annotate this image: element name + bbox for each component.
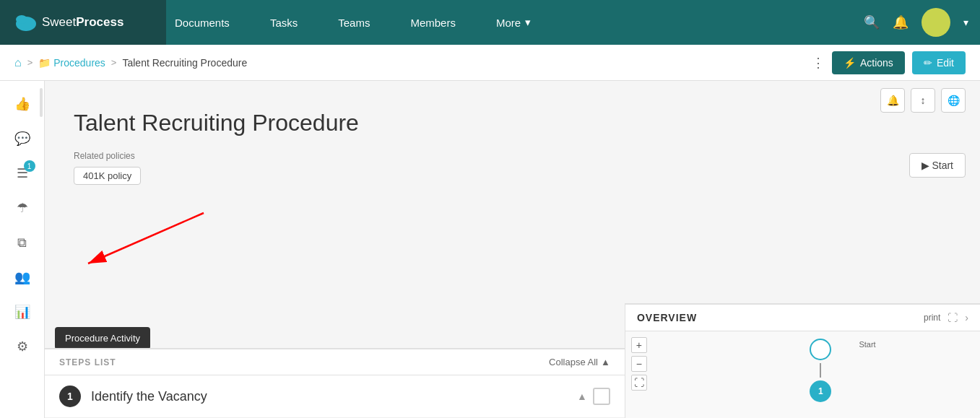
step-up-arrow[interactable]: ▲	[577, 391, 587, 402]
copy-icon: ⧉	[17, 235, 27, 251]
sidebar-copy[interactable]: ⧉	[6, 227, 38, 258]
sidebar-gear[interactable]: ⚙	[6, 331, 38, 362]
avatar[interactable]	[922, 8, 950, 37]
chat-icon: 💬	[14, 131, 30, 147]
procedure-title: Talent Recruiting Procedure	[74, 110, 937, 136]
nav-members[interactable]: Members	[390, 0, 476, 45]
content-toolbar: 🔔 ↕ 🌐	[880, 88, 966, 113]
more-options-button[interactable]: ⋮	[812, 55, 825, 71]
nav-more[interactable]: More ▾	[476, 0, 551, 45]
globe-tool-button[interactable]: 🌐	[941, 88, 966, 113]
top-navigation: SweetProcess Documents Tasks Teams Membe…	[0, 0, 980, 45]
sidebar-chat[interactable]: 💬	[6, 123, 38, 154]
procedure-activity-tooltip: Procedure Activity	[55, 327, 150, 349]
steps-header: STEPS LIST Collapse All ▲	[45, 349, 625, 375]
overview-header: OVERVIEW print ⛶ ›	[625, 305, 980, 331]
edit-button[interactable]: ✏ Edit	[912, 51, 966, 74]
nav-teams[interactable]: Teams	[318, 0, 390, 45]
fullscreen-button[interactable]: ⛶	[631, 375, 647, 391]
overview-title: OVERVIEW	[637, 312, 697, 323]
breadcrumb-bar: ⌂ > 📁 Procedures > Talent Recruiting Pro…	[0, 45, 980, 81]
procedure-content: Talent Recruiting Procedure Related poli…	[45, 81, 980, 214]
folder-icon: 📁	[38, 57, 51, 69]
main-layout: 👍 💬 ☰ 1 ☂ ⧉ 👥 📊 ⚙ 🔔 ↕ 🌐	[0, 81, 980, 418]
diagram-connector-1	[820, 363, 821, 378]
step-number-1: 1	[59, 386, 81, 407]
logo-text: SweetProcess	[42, 15, 123, 30]
scroll-indicator	[40, 88, 43, 117]
step-actions-1: ▲	[577, 388, 610, 405]
left-sidebar: 👍 💬 ☰ 1 ☂ ⧉ 👥 📊 ⚙	[0, 81, 45, 418]
step-checkbox-1[interactable]	[593, 388, 610, 405]
zoom-out-button[interactable]: −	[631, 356, 647, 372]
tooltip-text: Procedure Activity	[55, 327, 150, 349]
breadcrumb: ⌂ > 📁 Procedures > Talent Recruiting Pro…	[14, 56, 247, 69]
breadcrumb-procedures-link[interactable]: 📁 Procedures	[38, 57, 105, 69]
main-content: 🔔 ↕ 🌐 Talent Recruiting Procedure Relate…	[45, 81, 980, 418]
red-arrow-annotation	[66, 206, 211, 295]
nav-tasks[interactable]: Tasks	[250, 0, 318, 45]
thumbs-up-icon: 👍	[14, 96, 30, 112]
breadcrumb-actions: ⋮ ⚡ Actions ✏ Edit	[812, 51, 966, 74]
print-button[interactable]: print	[924, 313, 940, 323]
chevron-up-icon: ▲	[601, 357, 610, 367]
nav-links: Documents Tasks Teams Members More ▾	[155, 0, 864, 45]
overview-zoom-controls: + − ⛶	[631, 337, 647, 391]
svg-point-1	[16, 15, 27, 24]
bell-tool-button[interactable]: 🔔	[880, 88, 905, 113]
sidebar-thumbs-up[interactable]: 👍	[6, 88, 38, 120]
lightning-icon: ⚡	[844, 57, 856, 69]
bell-icon[interactable]: 🔔	[893, 14, 909, 30]
sidebar-chart[interactable]: 📊	[6, 296, 38, 328]
related-policies-label: Related policies	[74, 151, 937, 161]
overview-controls: print ⛶ ›	[924, 312, 968, 323]
chevron-down-icon: ▾	[525, 16, 531, 29]
zoom-in-button[interactable]: +	[631, 337, 647, 353]
diagram-content: Start 1	[662, 331, 980, 418]
logo[interactable]: SweetProcess	[0, 0, 166, 45]
next-icon[interactable]: ›	[965, 312, 968, 323]
step-name-1: Identify the Vacancy	[91, 389, 567, 404]
account-dropdown-icon[interactable]: ▾	[963, 17, 968, 28]
sidebar-people[interactable]: 👥	[6, 261, 38, 293]
actions-button[interactable]: ⚡ Actions	[832, 51, 905, 74]
search-icon[interactable]: 🔍	[864, 14, 880, 30]
edit-icon: ✏	[924, 57, 932, 69]
sidebar-umbrella[interactable]: ☂	[6, 192, 38, 224]
logo-icon	[14, 14, 38, 31]
expand-icon[interactable]: ⛶	[948, 312, 958, 323]
nav-documents[interactable]: Documents	[155, 0, 250, 45]
sort-tool-button[interactable]: ↕	[911, 88, 935, 113]
diagram-step-1-node: 1	[810, 380, 831, 402]
breadcrumb-separator-1: >	[27, 57, 33, 68]
umbrella-icon: ☂	[17, 200, 28, 216]
table-row: 1 Identify the Vacancy ▲	[45, 375, 625, 418]
overview-panel: OVERVIEW print ⛶ › + − ⛶ Start 1	[625, 303, 980, 418]
steps-list-title: STEPS LIST	[59, 357, 116, 367]
svg-line-2	[88, 213, 204, 264]
breadcrumb-current-page: Talent Recruiting Procedure	[122, 57, 247, 69]
collapse-all-button[interactable]: Collapse All ▲	[549, 357, 610, 367]
overview-diagram: + − ⛶ Start 1	[625, 331, 980, 418]
breadcrumb-separator-2: >	[111, 57, 117, 68]
policy-tag-401k[interactable]: 401K policy	[74, 167, 141, 185]
nav-right: 🔍 🔔 ▾	[864, 8, 968, 37]
list-badge: 1	[24, 160, 35, 172]
start-button[interactable]: ▶ Start	[909, 153, 966, 178]
gear-icon: ⚙	[17, 339, 28, 354]
home-button[interactable]: ⌂	[14, 56, 22, 69]
chart-icon: 📊	[14, 304, 30, 320]
diagram-start-label: Start	[859, 340, 875, 349]
sidebar-list[interactable]: ☰ 1	[6, 157, 38, 189]
people-icon: 👥	[14, 269, 30, 285]
diagram-start-node	[810, 339, 831, 360]
